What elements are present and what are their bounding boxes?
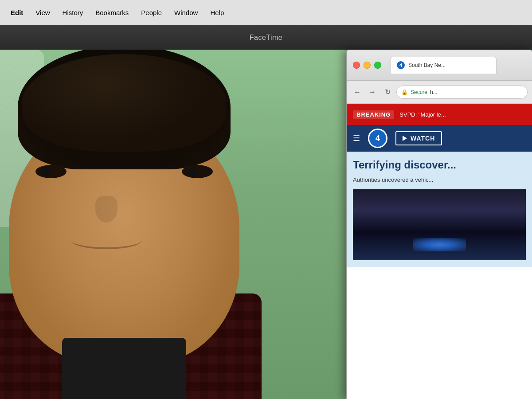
face-container [0,50,341,399]
news-subtext: Authorities uncovered a vehic... [353,176,526,184]
maximize-button[interactable] [374,62,381,69]
close-button[interactable] [353,62,360,69]
menu-bar: Edit View History Bookmarks People Windo… [0,0,532,25]
menu-people[interactable]: People [135,7,168,18]
tab-favicon: 4 [397,61,405,69]
facetime-title: FaceTime [250,34,283,42]
back-button[interactable]: ← [351,86,364,98]
secure-label: Secure [411,89,427,95]
tab-title: South Bay Ne... [408,62,446,68]
address-box[interactable]: 🔒 Secure h... [396,86,528,99]
hamburger-icon[interactable]: ☰ [353,133,360,143]
menu-bookmarks[interactable]: Bookmarks [89,7,135,18]
browser-window: 4 South Bay Ne... ← → ↻ 🔒 Secure h... BR… [346,50,532,399]
browser-addressbar: ← → ↻ 🔒 Secure h... [347,81,532,104]
news-logo: 4 [368,129,387,148]
facetime-window: FaceTime [0,25,532,399]
forward-button[interactable]: → [366,86,379,98]
watch-button[interactable]: WATCH [395,131,442,145]
breaking-label: BREAKING [353,110,394,119]
browser-titlebar: 4 South Bay Ne... [347,50,532,81]
menu-window[interactable]: Window [168,7,204,18]
news-nav: ☰ 4 WATCH [347,125,532,152]
menu-help[interactable]: Help [204,7,230,18]
address-text: h... [430,89,438,95]
facetime-titlebar: FaceTime [0,25,532,50]
play-icon [403,136,407,141]
minimize-button[interactable] [364,62,371,69]
image-glow [413,238,466,251]
browser-tab[interactable]: 4 South Bay Ne... [390,57,497,74]
menu-edit[interactable]: Edit [4,7,29,18]
mouth [71,231,142,249]
browser-content: BREAKING SVPD: "Major le... ☰ 4 WATCH Te… [347,104,532,399]
left-eye [35,165,66,178]
watch-label: WATCH [411,135,435,142]
news-content-area: Terrifying discover... Authorities uncov… [347,152,532,267]
menu-history[interactable]: History [56,7,90,18]
hair [18,50,231,169]
article-image [353,189,526,260]
lock-icon: 🔒 [401,89,408,95]
inner-shirt [62,338,186,399]
right-eye [182,165,213,178]
reload-button[interactable]: ↻ [381,86,394,98]
breaking-news-banner: BREAKING SVPD: "Major le... [347,104,532,125]
news-headline: Terrifying discover... [353,159,526,172]
eyes [35,165,213,178]
menu-view[interactable]: View [29,7,56,18]
nose [95,196,117,223]
traffic-lights [353,62,381,69]
breaking-text: SVPD: "Major le... [399,111,446,118]
person-video [0,50,341,399]
